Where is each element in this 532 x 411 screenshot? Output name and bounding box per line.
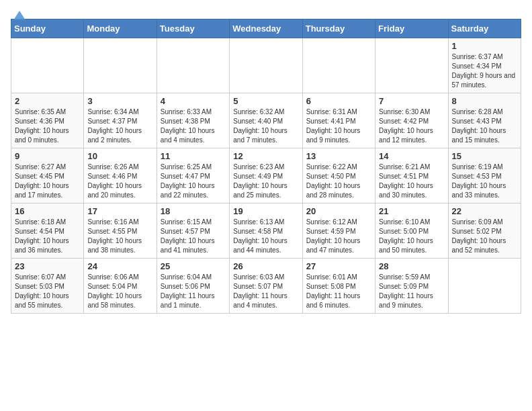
calendar-week-row: 1Sunrise: 6:37 AM Sunset: 4:34 PM Daylig… [11,38,521,93]
calendar-cell [230,38,302,93]
day-info: Sunrise: 6:23 AM Sunset: 4:49 PM Dayligh… [233,163,298,200]
day-info: Sunrise: 6:30 AM Sunset: 4:42 PM Dayligh… [379,107,444,145]
day-of-week-header: Monday [84,19,157,38]
day-number: 19 [233,206,298,216]
day-info: Sunrise: 6:15 AM Sunset: 4:57 PM Dayligh… [161,218,226,255]
day-number: 13 [306,151,371,161]
calendar-cell: 12Sunrise: 6:23 AM Sunset: 4:49 PM Dayli… [230,148,302,203]
day-number: 5 [233,96,298,106]
day-info: Sunrise: 6:18 AM Sunset: 4:54 PM Dayligh… [15,218,80,255]
calendar-cell: 1Sunrise: 6:37 AM Sunset: 4:34 PM Daylig… [448,38,521,93]
calendar-cell: 9Sunrise: 6:27 AM Sunset: 4:45 PM Daylig… [11,148,84,203]
day-number: 23 [15,261,80,271]
calendar-cell: 24Sunrise: 6:06 AM Sunset: 5:04 PM Dayli… [84,259,157,314]
calendar-cell [375,38,448,93]
day-info: Sunrise: 6:33 AM Sunset: 4:38 PM Dayligh… [161,107,226,145]
calendar-cell: 10Sunrise: 6:26 AM Sunset: 4:46 PM Dayli… [84,148,157,203]
day-info: Sunrise: 6:31 AM Sunset: 4:41 PM Dayligh… [306,107,371,145]
calendar-week-row: 2Sunrise: 6:35 AM Sunset: 4:36 PM Daylig… [11,93,521,148]
calendar-table: SundayMondayTuesdayWednesdayThursdayFrid… [11,19,521,314]
day-number: 15 [452,151,517,161]
day-number: 27 [306,261,371,271]
day-info: Sunrise: 5:59 AM Sunset: 5:09 PM Dayligh… [379,273,444,310]
day-info: Sunrise: 6:32 AM Sunset: 4:40 PM Dayligh… [233,107,298,145]
day-number: 9 [15,151,80,161]
calendar-cell: 21Sunrise: 6:10 AM Sunset: 5:00 PM Dayli… [375,203,448,259]
day-number: 12 [233,151,298,161]
calendar-cell [302,38,375,93]
day-info: Sunrise: 6:35 AM Sunset: 4:36 PM Dayligh… [15,107,80,145]
calendar-cell: 7Sunrise: 6:30 AM Sunset: 4:42 PM Daylig… [375,93,448,148]
day-info: Sunrise: 6:37 AM Sunset: 4:34 PM Dayligh… [452,52,517,90]
day-number: 25 [161,261,226,271]
day-number: 4 [161,96,226,106]
svg-marker-0 [13,11,26,20]
calendar-cell: 17Sunrise: 6:16 AM Sunset: 4:55 PM Dayli… [84,203,157,259]
calendar-cell: 23Sunrise: 6:07 AM Sunset: 5:03 PM Dayli… [11,259,84,314]
calendar-cell: 20Sunrise: 6:12 AM Sunset: 4:59 PM Dayli… [302,203,375,259]
day-info: Sunrise: 6:06 AM Sunset: 5:04 PM Dayligh… [87,273,152,310]
day-of-week-header: Tuesday [157,19,229,38]
day-of-week-header: Saturday [448,19,521,38]
calendar-cell: 19Sunrise: 6:13 AM Sunset: 4:58 PM Dayli… [230,203,302,259]
day-info: Sunrise: 6:04 AM Sunset: 5:06 PM Dayligh… [161,273,226,310]
day-number: 21 [379,206,444,216]
calendar-cell: 3Sunrise: 6:34 AM Sunset: 4:37 PM Daylig… [84,93,157,148]
calendar-cell: 11Sunrise: 6:25 AM Sunset: 4:47 PM Dayli… [157,148,229,203]
calendar-cell: 18Sunrise: 6:15 AM Sunset: 4:57 PM Dayli… [157,203,229,259]
day-number: 26 [233,261,298,271]
day-number: 18 [161,206,226,216]
calendar-cell: 6Sunrise: 6:31 AM Sunset: 4:41 PM Daylig… [302,93,375,148]
calendar-week-row: 16Sunrise: 6:18 AM Sunset: 4:54 PM Dayli… [11,203,521,259]
day-of-week-header: Wednesday [230,19,302,38]
calendar-cell: 15Sunrise: 6:19 AM Sunset: 4:53 PM Dayli… [448,148,521,203]
calendar-cell: 14Sunrise: 6:21 AM Sunset: 4:51 PM Dayli… [375,148,448,203]
day-number: 14 [379,151,444,161]
day-number: 16 [15,206,80,216]
day-info: Sunrise: 6:26 AM Sunset: 4:46 PM Dayligh… [87,163,152,200]
day-number: 3 [87,96,152,106]
day-info: Sunrise: 6:21 AM Sunset: 4:51 PM Dayligh… [379,163,444,200]
logo-icon [12,8,27,23]
day-number: 1 [452,41,517,51]
day-info: Sunrise: 6:01 AM Sunset: 5:08 PM Dayligh… [306,273,371,310]
day-info: Sunrise: 6:19 AM Sunset: 4:53 PM Dayligh… [452,163,517,200]
day-info: Sunrise: 6:16 AM Sunset: 4:55 PM Dayligh… [87,218,152,255]
day-number: 6 [306,96,371,106]
calendar-cell: 22Sunrise: 6:09 AM Sunset: 5:02 PM Dayli… [448,203,521,259]
day-of-week-header: Friday [375,19,448,38]
day-number: 11 [161,151,226,161]
calendar-cell [84,38,157,93]
day-of-week-header: Thursday [302,19,375,38]
day-info: Sunrise: 6:03 AM Sunset: 5:07 PM Dayligh… [233,273,298,310]
day-number: 10 [87,151,152,161]
calendar-cell: 13Sunrise: 6:22 AM Sunset: 4:50 PM Dayli… [302,148,375,203]
day-number: 8 [452,96,517,106]
calendar-cell: 8Sunrise: 6:28 AM Sunset: 4:43 PM Daylig… [448,93,521,148]
day-info: Sunrise: 6:22 AM Sunset: 4:50 PM Dayligh… [306,163,371,200]
calendar-cell: 5Sunrise: 6:32 AM Sunset: 4:40 PM Daylig… [230,93,302,148]
calendar-cell: 27Sunrise: 6:01 AM Sunset: 5:08 PM Dayli… [302,259,375,314]
day-number: 28 [379,261,444,271]
day-info: Sunrise: 6:25 AM Sunset: 4:47 PM Dayligh… [161,163,226,200]
day-info: Sunrise: 6:09 AM Sunset: 5:02 PM Dayligh… [452,218,517,255]
day-number: 24 [87,261,152,271]
day-number: 22 [452,206,517,216]
calendar-cell: 28Sunrise: 5:59 AM Sunset: 5:09 PM Dayli… [375,259,448,314]
day-number: 7 [379,96,444,106]
calendar-cell [448,259,521,314]
day-info: Sunrise: 6:12 AM Sunset: 4:59 PM Dayligh… [306,218,371,255]
day-info: Sunrise: 6:10 AM Sunset: 5:00 PM Dayligh… [379,218,444,255]
calendar-cell: 16Sunrise: 6:18 AM Sunset: 4:54 PM Dayli… [11,203,84,259]
calendar-cell: 26Sunrise: 6:03 AM Sunset: 5:07 PM Dayli… [230,259,302,314]
calendar-header-row: SundayMondayTuesdayWednesdayThursdayFrid… [11,19,521,38]
calendar-week-row: 23Sunrise: 6:07 AM Sunset: 5:03 PM Dayli… [11,259,521,314]
day-number: 2 [15,96,80,106]
calendar-cell: 25Sunrise: 6:04 AM Sunset: 5:06 PM Dayli… [157,259,229,314]
day-info: Sunrise: 6:13 AM Sunset: 4:58 PM Dayligh… [233,218,298,255]
day-number: 17 [87,206,152,216]
calendar-cell [157,38,229,93]
day-info: Sunrise: 6:28 AM Sunset: 4:43 PM Dayligh… [452,107,517,145]
calendar-week-row: 9Sunrise: 6:27 AM Sunset: 4:45 PM Daylig… [11,148,521,203]
calendar-cell: 2Sunrise: 6:35 AM Sunset: 4:36 PM Daylig… [11,93,84,148]
